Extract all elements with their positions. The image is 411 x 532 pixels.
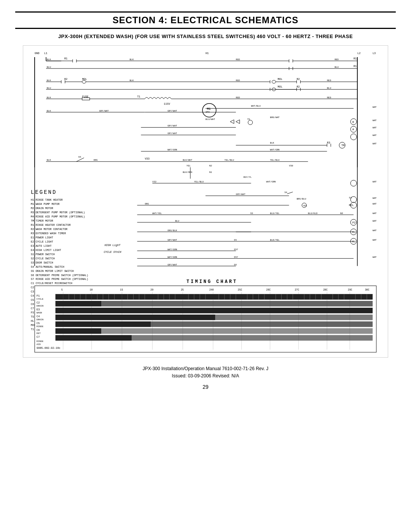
svg-text:R1: R1: [64, 57, 67, 60]
svg-text:28C: 28C: [323, 289, 328, 291]
svg-text:RGY/YL: RGY/YL: [244, 176, 252, 179]
svg-text:GRY/WHT: GRY/WHT: [236, 193, 245, 196]
svg-text:BLU: BLU: [335, 66, 339, 69]
svg-text:GRY/WHT: GRY/WHT: [167, 132, 177, 135]
svg-text:S5: S5: [234, 239, 237, 241]
svg-text:CYCLE: CYCLE: [37, 298, 43, 300]
svg-text:C7: C7: [37, 335, 40, 339]
svg-text:WHT: WHT: [373, 229, 377, 232]
svg-text:RED: RED: [236, 79, 240, 82]
svg-text:20: 20: [150, 289, 153, 291]
svg-text:RCL: RCL: [349, 204, 354, 207]
svg-text:YEL/BLU: YEL/BLU: [225, 159, 234, 161]
svg-text:WHT/GRN: WHT/GRN: [167, 149, 177, 151]
svg-text:BLU/KLD: BLU/KLD: [308, 212, 317, 215]
svg-text:V32: V32: [152, 181, 156, 183]
svg-text:NO: NO: [340, 212, 343, 215]
svg-text:115V: 115V: [164, 102, 170, 105]
svg-text:GRY/WHT: GRY/WHT: [167, 264, 177, 266]
svg-text:25C: 25C: [238, 289, 242, 291]
svg-text:H1  RINSE TANK HEATER: H1 RINSE TANK HEATER: [31, 198, 63, 201]
svg-text:R2: R2: [296, 78, 299, 81]
issued-date: Issued: 03-09-2006 Revised: N/A: [143, 372, 269, 380]
svg-text:H1: H1: [206, 52, 209, 55]
svg-text:GRY/WHT: GRY/WHT: [167, 110, 177, 112]
svg-text:WHT: WHT: [373, 256, 377, 259]
svg-rect-281: [56, 335, 132, 340]
svg-text:RED: RED: [327, 79, 331, 82]
svg-text:S57: S57: [234, 256, 238, 259]
svg-text:WHT: WHT: [373, 239, 377, 241]
svg-text:BLU: BLU: [47, 87, 51, 89]
svg-rect-265: [56, 308, 373, 313]
svg-text:E1  POWER LIGHT: E1 POWER LIGHT: [31, 236, 53, 239]
svg-text:26C: 26C: [266, 289, 271, 291]
svg-text:WHT: WHT: [373, 197, 377, 200]
svg-text:27C: 27C: [295, 289, 299, 291]
svg-text:E4  HIGH LIMIT LIGHT: E4 HIGH LIMIT LIGHT: [31, 249, 61, 252]
svg-text:GRY/WHT: GRY/WHT: [167, 239, 177, 241]
svg-text:E2  CYCLE LIGHT: E2 CYCLE LIGHT: [31, 240, 53, 243]
svg-text:BLK: BLK: [129, 58, 134, 61]
svg-text:15: 15: [120, 289, 123, 291]
svg-text:S7  RINSE AID PRIME SWITCH (OP: S7 RINSE AID PRIME SWITCH (OPTIONAL): [31, 278, 88, 281]
svg-text:L1: L1: [44, 52, 47, 55]
svg-text:P2: P2: [352, 221, 355, 224]
svg-text:WHT/GRN: WHT/GRN: [167, 256, 177, 259]
svg-text:GRY/WHT: GRY/WHT: [99, 110, 109, 112]
svg-text:S5  DRAIN MOTOR LIMIT SWITCH: S5 DRAIN MOTOR LIMIT SWITCH: [31, 270, 74, 273]
svg-text:BLK: BLK: [270, 142, 274, 144]
svg-text:BLK: BLK: [47, 110, 51, 112]
svg-text:RED: RED: [236, 58, 240, 61]
svg-rect-268: [56, 315, 215, 320]
svg-text:5: 5: [61, 289, 63, 291]
svg-text:S4: S4: [284, 191, 287, 194]
svg-text:S5: S5: [78, 156, 81, 158]
svg-text:BLK: BLK: [47, 79, 51, 82]
svg-text:WHT/BLU: WHT/BLU: [251, 105, 261, 107]
svg-text:WHT: WHT: [373, 126, 377, 129]
svg-rect-262: [101, 301, 373, 306]
svg-text:30C: 30C: [365, 289, 370, 291]
svg-text:3PH: 3PH: [206, 111, 210, 113]
svg-text:R: R: [352, 121, 354, 124]
svg-text:WHT/GRN: WHT/GRN: [266, 181, 276, 183]
svg-text:ORG: ORG: [94, 159, 98, 161]
svg-text:V30: V30: [289, 165, 293, 167]
svg-text:WHT/GRN: WHT/GRN: [167, 248, 177, 251]
svg-text:N1: N1: [209, 171, 212, 174]
svg-text:BLK: BLK: [47, 159, 51, 161]
svg-text:WHT: WHT: [373, 181, 377, 183]
svg-text:WHT/YEL: WHT/YEL: [152, 212, 162, 215]
svg-text:GRY/WHT: GRY/WHT: [167, 125, 177, 127]
page-container: SECTION 4: ELECTRICAL SCHEMATICS JPX-300…: [0, 0, 411, 532]
svg-text:GND: GND: [35, 52, 40, 55]
svg-text:240: 240: [209, 289, 214, 291]
svg-text:WASH: WASH: [37, 312, 42, 314]
svg-text:BLK: BLK: [129, 79, 134, 82]
svg-text:WHT: WHT: [373, 134, 377, 137]
svg-text:M3: M3: [352, 231, 355, 234]
svg-text:AID: AID: [37, 343, 41, 346]
svg-text:R2: R2: [64, 78, 67, 81]
svg-text:WHT: WHT: [373, 203, 377, 205]
svg-text:S6: S6: [234, 264, 237, 266]
svg-text:DRAIN: DRAIN: [37, 305, 43, 307]
svg-text:R3: R3: [327, 141, 330, 144]
svg-rect-273: [150, 321, 373, 327]
svg-text:BLU/YEL: BLU/YEL: [270, 212, 280, 215]
section-title: SECTION 4: ELECTRICAL SCHEMATICS: [15, 11, 396, 29]
svg-text:HIGH LighT: HIGH LighT: [105, 244, 121, 247]
svg-rect-276: [56, 328, 101, 334]
svg-text:WHT: WHT: [373, 220, 377, 222]
svg-text:R1: R1: [354, 57, 357, 60]
svg-text:BLK/WHT: BLK/WHT: [183, 159, 192, 161]
svg-text:M2  DRAIN MOTOR: M2 DRAIN MOTOR: [31, 207, 53, 210]
svg-text:M4  RINSE AID PUMP MOTOR (OPTI: M4 RINSE AID PUMP MOTOR (OPTIONAL): [31, 215, 85, 218]
svg-text:WHT: WHT: [373, 119, 377, 122]
svg-text:BLU: BLU: [175, 220, 179, 222]
svg-text:RED: RED: [236, 96, 240, 99]
svg-text:29C: 29C: [348, 289, 352, 291]
svg-text:MOL: MOL: [278, 85, 283, 88]
svg-rect-269: [215, 315, 373, 320]
